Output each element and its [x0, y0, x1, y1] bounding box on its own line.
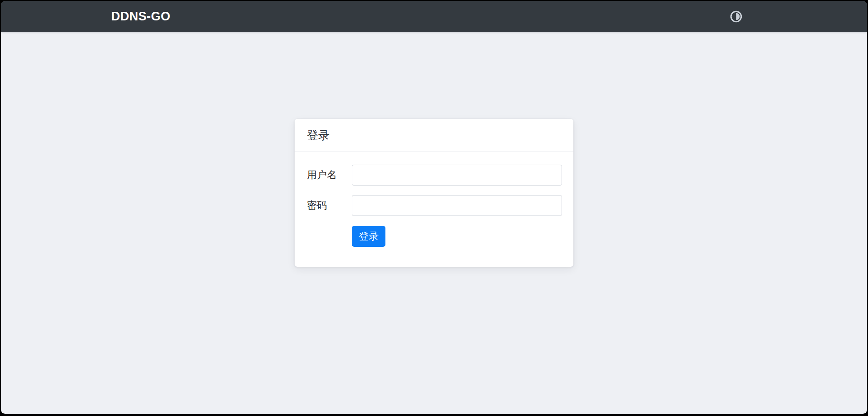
username-label: 用户名: [307, 168, 352, 182]
login-card-title: 登录: [295, 119, 573, 152]
theme-toggle-button[interactable]: [728, 9, 744, 24]
login-card: 登录 用户名 密码 登录: [295, 119, 573, 267]
password-input[interactable]: [352, 195, 562, 216]
brand-title: DDNS-GO: [111, 10, 170, 24]
login-form: 用户名 密码 登录: [295, 152, 573, 267]
contrast-icon: [730, 10, 743, 23]
submit-row: 登录: [352, 226, 562, 247]
password-label: 密码: [307, 199, 352, 212]
top-navbar: DDNS-GO: [1, 1, 867, 32]
username-input[interactable]: [352, 165, 562, 186]
login-button[interactable]: 登录: [352, 226, 385, 247]
main-area: 登录 用户名 密码 登录: [1, 119, 867, 267]
app-window: DDNS-GO 登录 用户名 密码: [1, 1, 867, 414]
username-row: 用户名: [307, 165, 562, 186]
password-row: 密码: [307, 195, 562, 216]
